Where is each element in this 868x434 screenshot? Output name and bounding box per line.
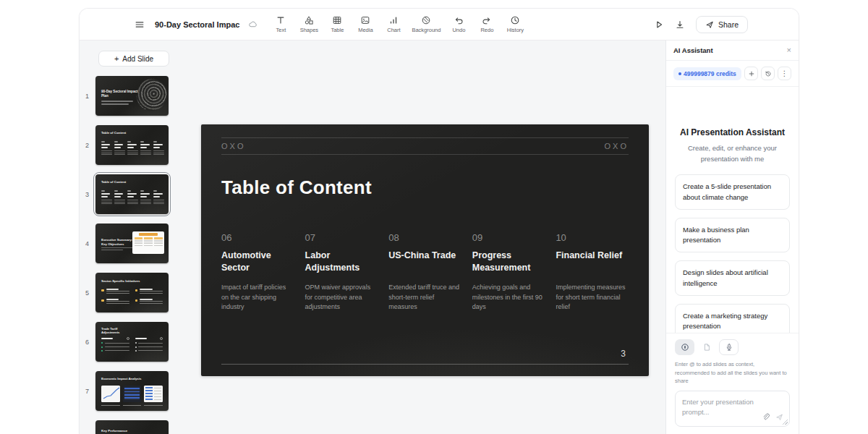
tool-group: Text Shapes Table Media Chart Background: [271, 15, 525, 33]
slide-logo-right: OXO: [605, 142, 629, 150]
slide-thumbnail-row-5: 5 Sector-Specific Initiatives: [80, 271, 188, 315]
document-title[interactable]: 90-Day Sectoral Impac: [155, 20, 239, 29]
ai-panel-body: AI Presentation Assistant Create, edit, …: [666, 87, 799, 333]
presentation-app-window: 90-Day Sectoral Impac Text Shapes Table …: [80, 9, 799, 434]
tool-chart[interactable]: Chart: [383, 15, 404, 33]
slide-number: 3: [83, 191, 91, 198]
slide-thumbnail-2[interactable]: Table of Content: [95, 125, 169, 165]
download-icon[interactable]: [675, 20, 685, 30]
slide-number: 4: [83, 240, 91, 247]
slide-number: 1: [83, 93, 91, 100]
new-chat-button[interactable]: [744, 67, 758, 80]
suggestion-card-3[interactable]: Design slides about artificial intellige…: [675, 260, 790, 296]
tool-history[interactable]: History: [505, 15, 525, 33]
slide-footer-line: [221, 364, 629, 365]
slide-thumbnail-row-1: 1 90-Day Sectoral Impact Plan: [80, 74, 188, 118]
slide-thumbnail-8[interactable]: Key Performance Indicators: [95, 420, 169, 434]
mini-table-graphic: [132, 231, 164, 254]
slides-context-button[interactable]: [675, 339, 694, 355]
input-mode-row: [675, 339, 790, 355]
slide-thumbnail-3[interactable]: Table of Content: [95, 174, 169, 214]
ai-subheading: Create, edit, or enhance your presentati…: [675, 143, 790, 164]
tool-shapes[interactable]: Shapes: [299, 15, 319, 33]
ai-panel-title: AI Assistant: [673, 46, 713, 54]
plus-icon: +: [114, 55, 119, 63]
menu-icon[interactable]: [135, 20, 145, 30]
document-icon: [702, 343, 711, 352]
slide-title[interactable]: Table of Content: [221, 176, 629, 199]
slides-context-icon: [681, 343, 689, 352]
mini-data-table: [123, 386, 142, 402]
slide-thumbnail-row-4: 4 Executive Summary: Key Objectives: [80, 221, 188, 265]
plus-icon: [748, 70, 755, 77]
selected-slide-ring: Table of Content: [93, 172, 171, 216]
tool-table[interactable]: Table: [327, 15, 347, 33]
share-button[interactable]: Share: [696, 16, 748, 33]
add-slide-button[interactable]: + Add Slide: [98, 51, 169, 67]
toc-item-07[interactable]: 07 Labor Adjustments OPM waiver approval…: [305, 232, 378, 312]
document-mode-button[interactable]: [699, 339, 715, 355]
toc-item-06[interactable]: 06 Automotive Sector Impact of tariff po…: [221, 232, 294, 312]
slide-thumbnail-5[interactable]: Sector-Specific Initiatives: [95, 273, 169, 312]
share-label: Share: [718, 20, 739, 29]
suggestion-card-2[interactable]: Make a business plan presentation: [675, 218, 790, 253]
slide-number: 2: [83, 142, 91, 149]
mini-line-chart: [101, 386, 120, 402]
toc-item-10[interactable]: 10 Financial Relief Implementing measure…: [556, 232, 629, 312]
credits-badge[interactable]: 499999879 credits: [673, 67, 741, 80]
editor-canvas: OXO OXO Table of Content 06 Automotive S…: [188, 41, 665, 434]
slide-thumbnail-row-6: 6 Trade Tariff Adjustments: [80, 320, 188, 364]
slide-page-number: 3: [621, 349, 626, 359]
voice-input-button[interactable]: [719, 339, 739, 355]
tool-undo[interactable]: Undo: [448, 15, 469, 33]
more-options-button[interactable]: ⋮: [778, 67, 791, 80]
slide-thumbnail-row-7: 7 Economic Impact Analysis: [80, 369, 188, 413]
slide-thumbnail-row-2: 2 Table of Content: [80, 123, 188, 167]
credits-row: 499999879 credits ⋮: [666, 61, 799, 87]
credit-dot-icon: [678, 72, 681, 75]
present-play-icon[interactable]: [654, 20, 664, 30]
tool-background[interactable]: Background: [412, 15, 441, 33]
suggestion-list: Create a 5-slide presentation about clim…: [675, 174, 790, 333]
slide-thumbnail-1[interactable]: 90-Day Sectoral Impact Plan: [95, 76, 169, 116]
slide-thumbnail-4[interactable]: Executive Summary: Key Objectives: [95, 224, 169, 263]
cloud-sync-icon: [248, 20, 258, 29]
attach-file-icon[interactable]: [762, 413, 770, 421]
workspace: + Add Slide 1 90-Day Sectoral Impact Pla…: [80, 41, 799, 434]
kebab-icon: ⋮: [781, 70, 788, 77]
slide-thumbnail-row-8: 8 Key Performance Indicators: [80, 418, 188, 434]
toc-grid: 06 Automotive Sector Impact of tariff po…: [221, 232, 629, 312]
slide-thumbnail-7[interactable]: Economic Impact Analysis: [95, 371, 169, 411]
close-icon[interactable]: ×: [787, 46, 791, 54]
send-icon: [705, 20, 714, 29]
tool-redo[interactable]: Redo: [477, 15, 497, 33]
tool-text[interactable]: Text: [271, 15, 291, 33]
slide-logo-left: OXO: [221, 142, 245, 150]
ai-panel-footer: Enter @ to add slides as context, recomm…: [666, 333, 799, 434]
ai-heading: AI Presentation Assistant: [675, 127, 790, 137]
top-toolbar: 90-Day Sectoral Impac Text Shapes Table …: [80, 9, 799, 41]
tool-media[interactable]: Media: [355, 15, 375, 33]
slide-number: 6: [83, 339, 91, 346]
slide-header: OXO OXO: [221, 137, 629, 155]
toc-item-09[interactable]: 09 Progress Measurement Achieving goals …: [472, 232, 545, 312]
slide-number: 5: [83, 289, 91, 297]
microphone-icon: [725, 343, 733, 352]
current-slide[interactable]: OXO OXO Table of Content 06 Automotive S…: [201, 124, 649, 376]
chat-history-button[interactable]: [761, 67, 775, 80]
slide-number: 7: [83, 388, 91, 395]
topbar-actions: Share: [654, 16, 748, 33]
context-hint: Enter @ to add slides as context, recomm…: [675, 360, 790, 386]
resize-handle[interactable]: [783, 420, 788, 425]
ai-panel-header: AI Assistant ×: [666, 41, 799, 61]
slide-panel: + Add Slide 1 90-Day Sectoral Impact Pla…: [80, 41, 188, 434]
slide-thumbnail-6[interactable]: Trade Tariff Adjustments: [95, 322, 169, 362]
toc-item-08[interactable]: 08 US-China Trade Extended tariff truce …: [388, 232, 461, 312]
slide-thumbnail-row-3: 3 Table of Content: [80, 172, 188, 216]
mini-list-panel: [144, 386, 163, 402]
prompt-input-box: [675, 391, 790, 427]
suggestion-card-4[interactable]: Create a marketing strategy presentation: [675, 304, 790, 333]
restore-history-icon: [765, 70, 772, 77]
ai-assistant-panel: AI Assistant × 499999879 credits ⋮: [665, 41, 799, 434]
suggestion-card-1[interactable]: Create a 5-slide presentation about clim…: [675, 174, 790, 210]
